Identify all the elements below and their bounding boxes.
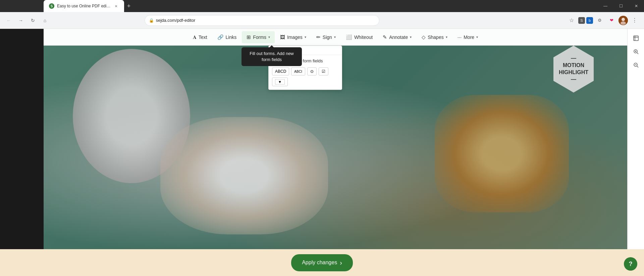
annotate-icon: ✎: [383, 34, 387, 40]
checkbox-button[interactable]: ☑: [319, 67, 328, 75]
radio-button[interactable]: ⊙: [307, 67, 317, 75]
more-icon: ···: [458, 34, 462, 40]
extension-icon-4[interactable]: ❤: [606, 15, 617, 26]
address-input[interactable]: 🔒 sejda.com/pdf-editor: [145, 15, 379, 26]
help-button[interactable]: ?: [624, 257, 637, 271]
tab-close-button[interactable]: ✕: [113, 3, 119, 9]
title-bar: S Easy to use Online PDF editor ✕ + — ☐ …: [0, 0, 644, 12]
annotate-chevron: ▾: [410, 35, 412, 39]
zoom-out-button[interactable]: [630, 59, 642, 71]
extension-icon-1[interactable]: S: [578, 17, 585, 24]
text-field-button[interactable]: ABCD: [272, 67, 289, 75]
minimize-button[interactable]: —: [598, 0, 613, 12]
apply-arrow-icon: ›: [340, 259, 342, 267]
sign-icon: ✏: [316, 34, 321, 40]
browser-window: S Easy to use Online PDF editor ✕ + — ☐ …: [0, 0, 644, 276]
dropdown-field-button[interactable]: ▼: [272, 77, 288, 86]
annotate-tool-button[interactable]: ✎ Annotate ▾: [378, 31, 416, 43]
extension-icon-3[interactable]: ⚙: [594, 15, 605, 26]
bookmark-button[interactable]: ☆: [566, 15, 577, 26]
svg-rect-3: [634, 36, 638, 41]
whiteout-tool-button[interactable]: ⬜ Whiteout: [341, 31, 377, 43]
text-icon: 𝐀: [193, 34, 197, 40]
left-panel: [0, 29, 44, 249]
hexagon-badge: — MOTION HIGHLIGHT —: [553, 46, 594, 93]
close-button[interactable]: ✕: [629, 0, 644, 12]
sign-chevron: ▾: [334, 35, 336, 39]
main-content: — MOTION HIGHLIGHT — 𝐀 Text 🔗 Links ⊞: [0, 29, 644, 249]
forms-tool-button[interactable]: ⊞ Forms ▾: [242, 31, 275, 43]
links-tool-button[interactable]: 🔗 Links: [213, 31, 241, 43]
profile-avatar[interactable]: [619, 16, 628, 25]
active-tab[interactable]: S Easy to use Online PDF editor ✕: [44, 0, 124, 12]
bottom-bar: Apply changes › ?: [0, 249, 644, 276]
address-bar: ← → ↻ ⌂ 🔒 sejda.com/pdf-editor ☆ S b ⚙ ❤…: [0, 12, 644, 29]
tab-title: Easy to use Online PDF editor: [57, 4, 111, 8]
maximize-button[interactable]: ☐: [613, 0, 629, 12]
top-toolbar: 𝐀 Text 🔗 Links ⊞ Forms ▾ 🖼 Images ▾: [44, 29, 627, 46]
tab-favicon: S: [49, 3, 54, 9]
images-chevron: ▾: [305, 35, 306, 39]
svg-point-1: [622, 18, 625, 21]
lock-icon: 🔒: [149, 18, 154, 23]
new-tab-button[interactable]: +: [124, 1, 133, 11]
forms-chevron: ▾: [268, 35, 270, 39]
zoom-fit-button[interactable]: [630, 32, 642, 44]
reload-button[interactable]: ↻: [28, 16, 38, 25]
home-button[interactable]: ⌂: [40, 16, 50, 25]
whiteout-icon: ⬜: [346, 34, 352, 40]
fabric-shape-2: [160, 117, 328, 234]
more-chevron: ▾: [476, 35, 478, 39]
forms-tooltip: Fill out forms. Add new form fields: [241, 47, 302, 66]
apply-changes-button[interactable]: Apply changes ›: [291, 254, 353, 271]
shapes-icon: ◇: [422, 34, 426, 40]
pdf-area: — MOTION HIGHLIGHT — 𝐀 Text 🔗 Links ⊞: [44, 29, 627, 249]
sign-tool-button[interactable]: ✏ Sign ▾: [312, 31, 340, 43]
extension-icon-2[interactable]: b: [586, 17, 593, 24]
text-input-button[interactable]: ABCI: [291, 67, 305, 75]
links-icon: 🔗: [217, 34, 224, 40]
text-tool-button[interactable]: 𝐀 Text: [188, 31, 212, 43]
forward-button[interactable]: →: [16, 16, 25, 25]
images-icon: 🖼: [280, 34, 285, 40]
window-controls: — ☐ ✕: [598, 0, 644, 12]
browser-toolbar-right: ☆ S b ⚙ ❤ ⋮: [566, 15, 640, 26]
back-button[interactable]: ←: [4, 16, 13, 25]
right-sidebar: [627, 29, 644, 249]
fabric-shape-3: [435, 95, 569, 212]
menu-button[interactable]: ⋮: [629, 15, 640, 26]
zoom-in-button[interactable]: [630, 46, 642, 58]
hexagon-text: — MOTION HIGHLIGHT —: [559, 55, 588, 83]
shapes-tool-button[interactable]: ◇ Shapes ▾: [417, 31, 452, 43]
more-tool-button[interactable]: ··· More ▾: [453, 31, 483, 43]
shapes-chevron: ▾: [446, 35, 447, 39]
forms-icon: ⊞: [247, 34, 251, 40]
form-field-options: ABCD ABCI ⊙ ☑ ▼: [269, 65, 342, 90]
address-text: sejda.com/pdf-editor: [156, 18, 196, 23]
images-tool-button[interactable]: 🖼 Images ▾: [275, 31, 311, 43]
svg-point-2: [621, 21, 626, 25]
